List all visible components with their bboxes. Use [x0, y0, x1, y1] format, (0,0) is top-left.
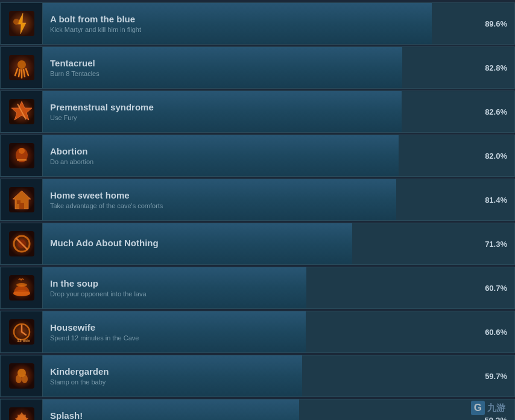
achievement-row: Kindergarden Stamp on the baby 59.7% — [0, 355, 515, 397]
achievement-title: Housewife — [50, 322, 507, 332]
achievement-title: Tentacruel — [50, 58, 507, 68]
achievement-row: Much Ado About Nothing 71.3% — [0, 223, 515, 265]
achievement-percent: 82.6% — [485, 107, 507, 116]
achievement-content: Premenstrual syndrome Use Fury — [43, 97, 514, 126]
svg-point-15 — [19, 148, 25, 154]
achievement-content: Kindergarden Stamp on the baby — [43, 361, 514, 390]
achievement-percent: 60.6% — [485, 328, 507, 337]
achievement-description: Use Fury — [50, 114, 507, 121]
svg-point-2 — [13, 19, 19, 25]
achievement-title: In the soup — [50, 278, 507, 288]
housewife-icon: 12 min — [1, 311, 43, 353]
fury-icon — [1, 91, 43, 133]
achievement-description: Kick Martyr and kill him in flight — [50, 26, 507, 33]
tentacle-icon — [1, 46, 43, 89]
achievement-content: Tentacruel Burn 8 Tentacles — [43, 53, 514, 82]
achievement-description: Spend 12 minutes in the Cave — [50, 334, 507, 342]
achievement-row: Abortion Do an abortion 82.0% — [0, 135, 515, 177]
achievement-percent: 89.6% — [485, 19, 507, 28]
achievement-content: In the soup Drop your opponent into the … — [43, 273, 514, 302]
achievement-percent: 81.4% — [485, 196, 507, 205]
achievement-percent: 82.0% — [485, 151, 507, 161]
svg-point-26 — [16, 283, 27, 287]
achievement-row: Premenstrual syndrome Use Fury 82.6% — [0, 91, 515, 133]
achievement-description: Stamp on the baby — [50, 378, 507, 386]
achievement-title: Premenstrual syndrome — [50, 102, 507, 112]
achievement-description: Burn 8 Tentacles — [50, 70, 507, 77]
splash-icon — [1, 399, 43, 420]
achievement-content: Splash! Hit an enemy with a cocoon — [43, 406, 514, 420]
svg-point-4 — [17, 60, 26, 69]
achievement-description: Drop your opponent into the lava — [50, 290, 507, 298]
achievement-title: Kindergarden — [50, 366, 507, 377]
achievement-row: Home sweet home Take advantage of the ca… — [0, 179, 515, 221]
achievement-content: Housewife Spend 12 minutes in the Cave — [43, 317, 514, 346]
achievement-title: Abortion — [50, 146, 507, 156]
achievement-row: 12 min Housewife Spend 12 minutes in the… — [0, 311, 515, 353]
achievement-content: Home sweet home Take advantage of the ca… — [43, 185, 514, 214]
svg-rect-19 — [17, 200, 21, 204]
achievement-description: Do an abortion — [50, 158, 507, 165]
home-icon — [1, 179, 43, 221]
achievement-content: Abortion Do an abortion — [43, 141, 514, 170]
achievement-title: Home sweet home — [50, 190, 507, 200]
achievements-list: A bolt from the blue Kick Martyr and kil… — [0, 0, 515, 420]
achievement-row: In the soup Drop your opponent into the … — [0, 267, 515, 309]
svg-point-35 — [17, 369, 26, 377]
achievement-row: A bolt from the blue Kick Martyr and kil… — [0, 2, 515, 45]
nothing-icon — [1, 223, 43, 265]
soup-icon — [1, 267, 43, 309]
achievement-row: Tentacruel Burn 8 Tentacles 82.8% — [0, 46, 515, 89]
achievement-content: Much Ado About Nothing — [43, 233, 514, 255]
achievement-percent: 59.?% — [484, 416, 507, 421]
achievement-content: A bolt from the blue Kick Martyr and kil… — [43, 9, 514, 38]
achievement-title: A bolt from the blue — [50, 14, 507, 24]
achievement-percent: 60.7% — [485, 284, 507, 293]
abortion-icon — [1, 135, 43, 177]
kindergarden-icon — [1, 355, 43, 397]
svg-text:12 min: 12 min — [17, 339, 30, 343]
achievement-row: Splash! Hit an enemy with a cocoon 59.?% — [0, 399, 515, 420]
achievement-title: Much Ado About Nothing — [50, 238, 507, 248]
achievement-percent: 59.7% — [485, 372, 507, 381]
achievement-percent: 82.8% — [485, 63, 507, 72]
achievement-title: Splash! — [50, 410, 507, 420]
bolt-icon — [1, 2, 43, 45]
achievement-description: Take advantage of the cave's comforts — [50, 202, 507, 209]
achievement-percent: 71.3% — [485, 240, 507, 249]
